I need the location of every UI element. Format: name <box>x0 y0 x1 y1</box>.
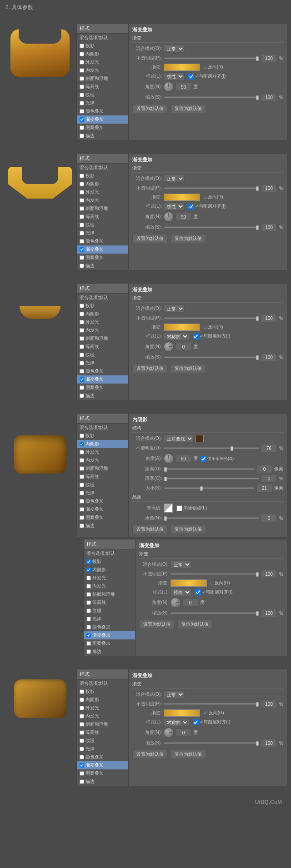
opacity-slider-4a[interactable] <box>164 447 259 449</box>
scale-input-2[interactable] <box>261 223 277 231</box>
style-item-color-overlay-2[interactable]: 颜色叠加 <box>77 237 128 245</box>
style-select[interactable]: 线性 <box>164 72 185 80</box>
angle-input-2[interactable] <box>176 213 191 221</box>
scale-input[interactable] <box>261 93 277 101</box>
scale-input-3[interactable] <box>261 353 277 361</box>
align-label[interactable]: ✓与图层对齐(I) <box>188 73 226 80</box>
style-item-pattern-overlay-4a[interactable]: 图案叠加 <box>77 514 128 522</box>
style-item-shadow-4a[interactable]: 投影 <box>77 432 128 440</box>
align-label-4b[interactable]: ✓与图层对齐(I) <box>195 589 232 595</box>
reset-default-btn-5[interactable]: 复位为默认值 <box>171 750 206 759</box>
style-item-satin-4b[interactable]: 光泽 <box>84 615 135 623</box>
style-item-color-overlay[interactable]: 颜色叠加 <box>77 107 128 115</box>
contour-thumbnail[interactable] <box>164 504 173 513</box>
style-item-gradient-overlay-4a[interactable]: 渐变叠加 <box>77 505 128 514</box>
style-select-5[interactable]: 对称的 <box>164 718 189 726</box>
style-item-default-5[interactable]: 混合选项:默认 <box>77 679 128 688</box>
style-item-shadow-2[interactable]: 投影 <box>77 172 128 180</box>
style-item-satin-2[interactable]: 光泽 <box>77 229 128 237</box>
style-item-texture-5[interactable]: 纹理 <box>77 737 128 745</box>
style-item-bevel-3[interactable]: 斜面和浮雕 <box>77 334 128 343</box>
reset-default-btn-4a[interactable]: 复位为默认值 <box>171 525 206 534</box>
style-item-pattern-overlay-2[interactable]: 图案叠加 <box>77 254 128 262</box>
blend-mode-select-5[interactable]: 正常 <box>164 690 185 698</box>
style-item-contour-5[interactable]: 等高线 <box>77 728 128 737</box>
style-item-satin-4a[interactable]: 光泽 <box>77 489 128 497</box>
choke-input[interactable] <box>261 474 277 483</box>
style-item-inner-shadow-4b[interactable]: 内阴影 <box>84 566 135 574</box>
style-item-inner-glow-3[interactable]: 内发光 <box>77 326 128 334</box>
color-swatch-4a[interactable] <box>196 435 204 442</box>
style-item-inner-glow-2[interactable]: 内发光 <box>77 196 128 205</box>
angle-input-3[interactable] <box>176 343 191 351</box>
style-item-default-2[interactable]: 混合选项:默认 <box>77 164 128 172</box>
style-item-contour[interactable]: 等高线 <box>77 83 128 91</box>
opacity-slider-4b[interactable] <box>171 573 259 575</box>
noise-input[interactable] <box>261 514 277 522</box>
angle-dial-2[interactable] <box>164 212 174 222</box>
style-item-texture-4b[interactable]: 纹理 <box>84 607 135 615</box>
angle-dial-4b[interactable] <box>171 598 181 608</box>
style-item-pattern-overlay-5[interactable]: 图案叠加 <box>77 769 128 778</box>
set-default-btn-2[interactable]: 设置为默认值 <box>132 234 168 243</box>
style-item-contour-2[interactable]: 等高线 <box>77 213 128 221</box>
style-item-stroke-2[interactable]: 描边 <box>77 262 128 270</box>
blend-mode-select[interactable]: 正常 <box>164 45 185 53</box>
scale-slider-2[interactable] <box>164 226 259 228</box>
set-default-btn-3[interactable]: 设置为默认值 <box>132 364 168 373</box>
style-item-outer-glow-3[interactable]: 外发光 <box>77 318 128 326</box>
style-select-3[interactable]: 对称的 <box>164 332 189 340</box>
align-label-3[interactable]: ✓与图层对齐(I) <box>193 333 230 339</box>
reset-default-btn-3[interactable]: 复位为默认值 <box>171 364 206 373</box>
opacity-slider[interactable] <box>164 57 259 59</box>
style-item-gradient-overlay[interactable]: 渐变叠加 <box>77 115 128 124</box>
style-item-inner-shadow-2[interactable]: 内阴影 <box>77 180 128 188</box>
style-item-default[interactable]: 混合选项:默认 <box>77 34 128 42</box>
style-item-inner-shadow-5[interactable]: 内阴影 <box>77 696 128 704</box>
style-item-inner-glow-4b[interactable]: 内发光 <box>84 582 135 590</box>
style-item-inner-shadow-3[interactable]: 内阴影 <box>77 310 128 318</box>
style-select-4b[interactable]: 径向 <box>171 588 191 596</box>
style-item-inner-shadow[interactable]: 内阴影 <box>77 50 128 58</box>
gradient-swatch[interactable] <box>164 64 200 71</box>
blend-mode-select-3[interactable]: 正常 <box>164 304 185 313</box>
style-item-satin-5[interactable]: 光泽 <box>77 745 128 753</box>
reset-default-btn-1[interactable]: 复位为默认值 <box>171 104 206 113</box>
anti-alias-label[interactable]: 消除锯齿(L) <box>176 505 207 511</box>
style-item-default-4a[interactable]: 混合选项:默认 <box>77 424 128 432</box>
style-item-inner-shadow-4a[interactable]: 内阴影 <box>77 440 128 448</box>
size-slider[interactable] <box>164 487 255 489</box>
opacity-slider-5[interactable] <box>164 703 259 705</box>
set-default-btn-4b[interactable]: 设置为默认值 <box>139 620 175 629</box>
size-input[interactable] <box>256 484 272 492</box>
angle-input[interactable] <box>176 83 191 91</box>
style-item-stroke[interactable]: 描边 <box>77 132 128 140</box>
distance-slider[interactable] <box>164 468 255 470</box>
opacity-input-4a[interactable] <box>261 444 277 452</box>
style-item-pattern-overlay-3[interactable]: 图案叠加 <box>77 384 128 392</box>
scale-slider-5[interactable] <box>164 742 259 744</box>
angle-input-4a[interactable] <box>176 454 191 463</box>
opacity-input-2[interactable] <box>261 184 277 192</box>
style-item-inner-glow-4a[interactable]: 内发光 <box>77 456 128 464</box>
style-item-stroke-3[interactable]: 描边 <box>77 392 128 400</box>
opacity-input[interactable] <box>261 54 277 62</box>
style-item-gradient-overlay-3[interactable]: 渐变叠加 <box>77 375 128 384</box>
style-item-shadow[interactable]: 投影 <box>77 42 128 50</box>
style-item-stroke-4b[interactable]: 描边 <box>84 648 135 656</box>
style-item-bevel-5[interactable]: 斜面和浮雕 <box>77 720 128 728</box>
set-default-btn-5[interactable]: 设置为默认值 <box>132 750 168 759</box>
style-item-shadow-3[interactable]: 投影 <box>77 302 128 310</box>
opacity-input-5[interactable] <box>261 700 277 708</box>
style-item-gradient-overlay-4b[interactable]: 渐变叠加 <box>84 631 135 639</box>
style-item-color-overlay-4a[interactable]: 颜色叠加 <box>77 497 128 505</box>
style-item-shadow-5[interactable]: 投影 <box>77 688 128 696</box>
angle-dial-3[interactable] <box>164 342 174 352</box>
gradient-swatch-2[interactable] <box>164 194 200 201</box>
opacity-input-4b[interactable] <box>261 570 277 578</box>
gradient-swatch-4b[interactable] <box>171 579 207 587</box>
style-item-inner-glow[interactable]: 内发光 <box>77 66 128 75</box>
style-item-inner-glow-5[interactable]: 内发光 <box>77 712 128 720</box>
opacity-input-3[interactable] <box>261 314 277 322</box>
style-item-contour-3[interactable]: 等高线 <box>77 343 128 351</box>
